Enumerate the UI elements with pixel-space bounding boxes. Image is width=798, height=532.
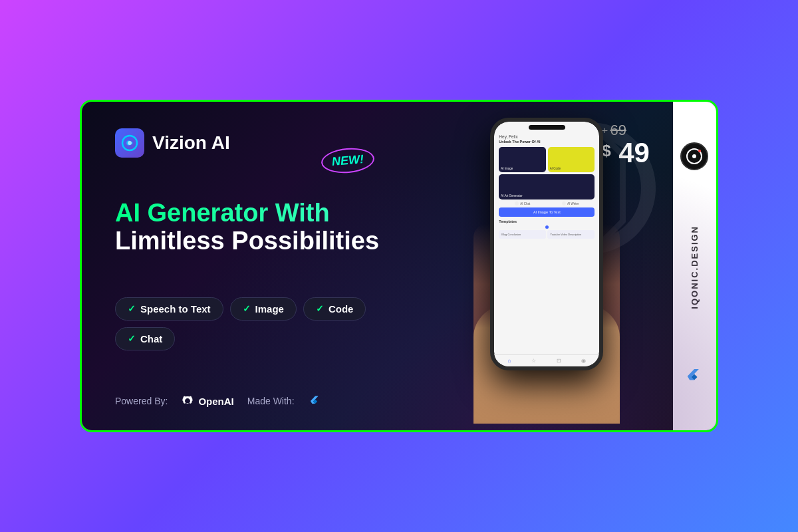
check-icon-1: ✓ (128, 303, 136, 314)
phone-option-writer: AI Writer (562, 201, 579, 205)
made-with-label: Made With: (247, 396, 295, 406)
feature-tags: ✓ Speech to Text ✓ Image ✓ Code ✓ Chat (115, 297, 404, 350)
phone-templates-title: Templates (499, 219, 595, 223)
feature-chat: ✓ Chat (115, 327, 175, 350)
phone-card-ai-art: AI Art Generator (499, 174, 595, 200)
feature-image: ✓ Image (230, 297, 297, 321)
headline-line2: Limitless Possibilities (115, 227, 404, 255)
side-brand-text: IQONIC.DESIGN (690, 225, 700, 309)
phone-template-blog: Blog Conclusion (499, 230, 546, 239)
check-icon-4: ✓ (128, 333, 136, 344)
powered-row: Powered By: OpenAI Made With: (115, 392, 404, 410)
openai-logo: OpenAI (181, 394, 233, 408)
right-panel: + 69 $ 49 (431, 102, 716, 430)
phone-subtitle: Unlock The Power Of AI (499, 140, 595, 144)
check-icon-2: ✓ (243, 303, 251, 314)
svg-point-3 (692, 154, 696, 158)
brand-logo-circle (680, 142, 708, 170)
brand-name: Vizion AI (152, 132, 230, 154)
phone-option-chat: AI Chat (515, 201, 530, 205)
check-icon-3: ✓ (316, 303, 324, 314)
main-card: Vizion AI NEW! AI Generator With Limitle… (80, 100, 718, 432)
headline: AI Generator With Limitless Possibilitie… (115, 200, 404, 255)
phone-card-ai-code: AI Code (548, 147, 595, 172)
svg-point-1 (128, 141, 132, 145)
phone-card-ai-image: AI Image (499, 147, 546, 172)
phone-greeting: Hey, Felix (499, 134, 595, 139)
brand-logo-icon (115, 128, 144, 158)
headline-line1: AI Generator With (115, 200, 404, 227)
svg-point-4 (698, 150, 701, 152)
phone-cta-button: AI Image To Text (499, 207, 595, 217)
powered-label: Powered By: (115, 396, 168, 406)
flutter-side-icon (684, 364, 705, 390)
feature-code: ✓ Code (303, 297, 366, 321)
flutter-logo (308, 392, 323, 410)
phone-template-youtube: Youtube Video Description (547, 230, 595, 239)
feature-speech-to-text: ✓ Speech to Text (115, 297, 223, 321)
side-strip: IQONIC.DESIGN (673, 102, 716, 430)
left-panel: Vizion AI NEW! AI Generator With Limitle… (82, 102, 431, 430)
